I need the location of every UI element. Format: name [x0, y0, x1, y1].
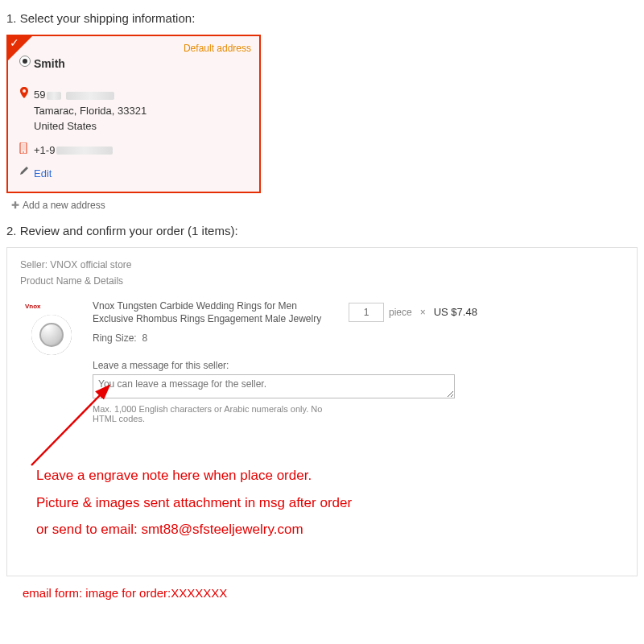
annotation-line1: Leave a engrave note here when place ord…: [20, 462, 624, 489]
seller-message-input[interactable]: [93, 374, 455, 398]
addr-country: United States: [34, 118, 248, 134]
seller-line: Seller: VNOX official store: [20, 259, 624, 270]
product-thumbnail[interactable]: Vnox: [20, 299, 83, 362]
unit-price: US $7.48: [434, 306, 477, 318]
annotation-line3: or send to email: smt88@sfsteeljewelry.c…: [20, 516, 624, 543]
phone-icon: [19, 142, 34, 154]
address-card[interactable]: ✓ Default address Smith 59 Tamarac, Flor…: [6, 35, 261, 193]
add-address-text: Add a new address: [23, 200, 105, 211]
address-lines: 59 Tamarac, Florida, 33321 United States: [34, 87, 248, 134]
qty-price-block: piece × US $7.48: [349, 303, 477, 322]
edit-address-link[interactable]: Edit: [34, 167, 52, 180]
product-title: Vnox Tungsten Carbide Wedding Rings for …: [93, 299, 339, 327]
message-hint: Max. 1,000 English characters or Arabic …: [93, 404, 339, 423]
address-phone: +1-9: [34, 142, 248, 159]
phone-redacted: [56, 147, 113, 155]
pin-icon: [19, 87, 34, 98]
svg-rect-1: [22, 144, 26, 151]
check-icon: ✓: [10, 36, 19, 49]
message-label: Leave a message for this seller:: [93, 360, 339, 371]
step2-title: 2. Review and confirm your order (1 item…: [6, 224, 638, 237]
addr-redacted: [47, 92, 61, 100]
step1-title: 1. Select your shipping information:: [6, 11, 638, 25]
address-name: Smith: [34, 56, 248, 72]
product-variant: Ring Size: 8: [93, 332, 339, 344]
quantity-input[interactable]: [349, 303, 384, 322]
unit-label: piece: [389, 307, 412, 318]
addr-redacted: [66, 92, 114, 100]
annotation-line4: email form: image for order:XXXXXXX: [6, 581, 638, 606]
addr-line1-prefix: 59: [34, 89, 45, 101]
pencil-icon: [19, 166, 34, 175]
product-header: Product Name & Details: [20, 275, 624, 287]
plus-icon: ✚: [11, 200, 19, 211]
times-symbol: ×: [420, 307, 426, 318]
svg-point-2: [23, 151, 24, 153]
add-address-link[interactable]: ✚Add a new address: [11, 200, 638, 211]
addr-city: Tamarac, Florida, 33321: [34, 103, 248, 119]
ring-image: [31, 315, 72, 355]
product-row: Vnox Vnox Tungsten Carbide Wedding Rings…: [20, 299, 624, 424]
annotation-line2: Picture & images sent attachment in msg …: [20, 489, 624, 517]
thumb-brand: Vnox: [25, 303, 41, 310]
order-review-box: Seller: VNOX official store Product Name…: [6, 247, 638, 576]
phone-prefix: +1-9: [34, 144, 55, 156]
default-address-badge: Default address: [184, 43, 251, 54]
